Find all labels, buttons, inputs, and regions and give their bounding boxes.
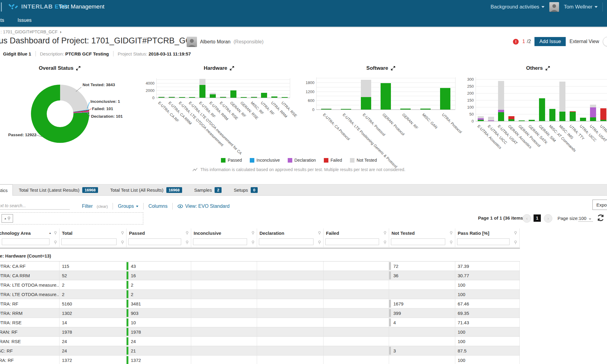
- filter-pin-icon[interactable]: [121, 231, 124, 236]
- bar-passed: [508, 119, 514, 121]
- current-page-button[interactable]: 1: [534, 214, 541, 222]
- column-filter-input[interactable]: [391, 238, 445, 245]
- nav-item-issues[interactable]: Issues: [11, 18, 38, 23]
- cell-pass_ratio: 67.46: [455, 299, 520, 308]
- table-row[interactable]: E-UTRA: LTE OTDOA measure...22100: [0, 290, 520, 299]
- bar-passed: [539, 98, 545, 121]
- expand-chart-icon[interactable]: [76, 66, 81, 71]
- cell-declaration: [257, 299, 324, 308]
- technology-area-label: E-UTRA: RSE: [0, 320, 22, 325]
- expand-chart-icon[interactable]: [545, 66, 550, 71]
- filter-clear-link[interactable]: (clear): [97, 204, 108, 209]
- filter-pin-icon[interactable]: [450, 231, 453, 236]
- bar-not_tested: [220, 96, 226, 97]
- table-row[interactable]: E-UTRA: LTE OTDOA measure...22100: [0, 280, 520, 290]
- filter-pin-icon[interactable]: [121, 240, 124, 246]
- groups-menu[interactable]: Groups: [118, 204, 138, 209]
- table-row[interactable]: E-UTRA: RRM130290339969.35: [0, 308, 520, 318]
- next-page-button[interactable]: ›: [544, 214, 552, 223]
- tab-samples[interactable]: Samples2: [188, 184, 228, 195]
- table-row[interactable]: GERAN: RF19781978100: [0, 327, 520, 337]
- column-header-not_tested[interactable]: Not Tested: [389, 228, 455, 238]
- filter-pin-icon[interactable]: [318, 231, 321, 236]
- cell-pass_ratio: 69.35: [455, 308, 520, 318]
- cell-pass_ratio: 30.77: [455, 271, 520, 280]
- tab-total-latest[interactable]: Total Test List (Latest Results)16968: [13, 184, 104, 195]
- prev-page-button[interactable]: ‹: [523, 214, 531, 223]
- passed-bar-chip: [127, 356, 128, 364]
- export-button[interactable]: Export: [592, 200, 607, 210]
- cell-area: GERAN: RSE: [0, 337, 59, 346]
- divider: [172, 203, 173, 210]
- column-header-total[interactable]: Total: [59, 228, 127, 238]
- bar-passed: [400, 109, 411, 110]
- cell-pass_ratio: 87.5: [455, 346, 520, 355]
- filter-pin-icon[interactable]: [450, 240, 453, 246]
- cell-value: 24: [62, 339, 67, 344]
- responsible-avatar[interactable]: [187, 37, 197, 47]
- column-header-failed[interactable]: Failed: [324, 228, 389, 238]
- bar-passed: [478, 120, 484, 121]
- table-row[interactable]: E-UTRA: RF51603481167967.46: [0, 299, 520, 308]
- breadcrumb[interactable]: : 1701_GIDGIT#PTCRB_GCF›: [1, 29, 61, 34]
- column-header-inconclusive[interactable]: Inconclusive: [191, 228, 257, 238]
- filter-pin-icon[interactable]: [252, 240, 254, 246]
- column-header-area[interactable]: Technology Area▲: [0, 228, 59, 238]
- cell-value: 100: [458, 292, 465, 297]
- technology-area-label: UTRA: RF: [0, 358, 14, 363]
- page-size-select[interactable]: 100: [578, 216, 593, 222]
- filter-pin-icon[interactable]: [54, 240, 57, 246]
- filter-pin-icon[interactable]: [54, 231, 57, 236]
- column-filter-input[interactable]: [457, 238, 510, 245]
- cell-failed: [324, 271, 389, 280]
- refresh-icon[interactable]: [597, 214, 605, 223]
- table-row[interactable]: E-UTRA: CA RRM52163630.77: [0, 271, 520, 280]
- filter-button[interactable]: Filter(clear): [82, 204, 108, 209]
- table-row[interactable]: GERAN: RSE2424100: [0, 337, 520, 346]
- add-issue-button[interactable]: Add Issue: [534, 37, 566, 46]
- background-activities-menu[interactable]: Background activities: [490, 4, 544, 10]
- cell-declaration: [257, 290, 324, 299]
- search-input[interactable]: [0, 202, 70, 210]
- filter-pin-icon[interactable]: [186, 240, 188, 246]
- column-header-label: Total: [62, 231, 73, 236]
- tab-total-all[interactable]: Total Test List (All Results)16968: [104, 184, 188, 195]
- column-header-pass_ratio[interactable]: Pass Ratio [%]: [455, 228, 520, 238]
- plot-frame: [316, 77, 317, 110]
- table-row[interactable]: E-UTRA: RSE1410471.43: [0, 318, 520, 327]
- column-filter-input[interactable]: [259, 238, 314, 245]
- expand-chart-icon[interactable]: [391, 66, 395, 71]
- filter-pin-icon[interactable]: [252, 231, 254, 236]
- column-filter-input[interactable]: [325, 238, 379, 245]
- column-filter-input[interactable]: [61, 238, 117, 245]
- bar-passed: [498, 112, 504, 121]
- column-filter-input[interactable]: [2, 238, 49, 245]
- table-row[interactable]: MISC: RF2421387.5: [0, 346, 520, 356]
- filter-pin-icon[interactable]: [384, 231, 386, 236]
- column-filter-input[interactable]: [128, 238, 181, 245]
- bar-not_tested: [251, 96, 257, 97]
- gridline: [156, 94, 290, 94]
- view-selector[interactable]: View: EVO Standard: [178, 204, 229, 209]
- expand-chart-icon[interactable]: [230, 66, 235, 71]
- column-filter-input[interactable]: [193, 238, 247, 245]
- filter-pin-icon[interactable]: [514, 231, 517, 236]
- filter-pin-icon[interactable]: [514, 240, 517, 246]
- nav-item-projects[interactable]: Projects: [0, 18, 11, 23]
- column-header-declaration[interactable]: Declaration: [257, 228, 324, 238]
- table-row[interactable]: UTRA: RF13721372100: [0, 356, 520, 364]
- user-avatar[interactable]: [549, 2, 559, 12]
- filter-pin-icon[interactable]: [186, 231, 188, 236]
- filter-pin-icon[interactable]: [318, 240, 321, 246]
- table-row[interactable]: E-UTRA: CA RF115437237.39: [0, 261, 520, 271]
- user-menu[interactable]: Tom Wellner: [564, 4, 598, 10]
- cell-total: 14: [59, 318, 127, 327]
- top-bar-right: Background activities Tom Wellner: [490, 0, 603, 14]
- y-tick-label: 1800: [302, 80, 314, 85]
- filter-pin-icon[interactable]: [384, 240, 386, 246]
- tab-setups[interactable]: Setups0: [228, 184, 264, 195]
- tab-statistics[interactable]: Statistics: [0, 184, 13, 196]
- column-header-passed[interactable]: Passed: [127, 228, 191, 238]
- columns-button[interactable]: Columns: [148, 204, 168, 209]
- external-view-toggle[interactable]: [603, 37, 607, 46]
